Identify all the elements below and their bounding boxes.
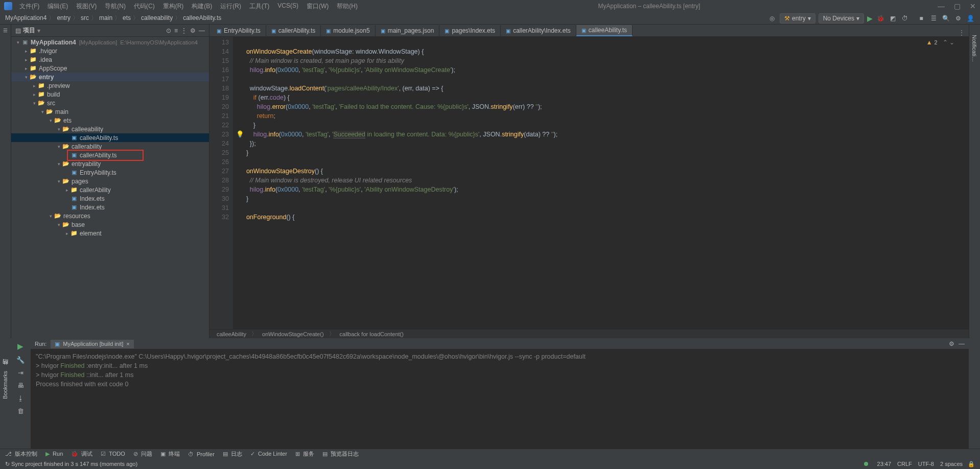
tree-row[interactable]: ▸📁.preview [11, 81, 209, 90]
tree-row[interactable]: ▣Index.ets [11, 203, 209, 212]
run-config-tab[interactable]: ▣ MyApplication [build init] × [51, 340, 133, 348]
editor-tab[interactable]: ▣calleeAbility.ts [576, 25, 633, 36]
run-icon[interactable]: ▶ [867, 14, 873, 22]
breadcrumb-item[interactable]: calleeAbility.ts [183, 14, 221, 21]
tree-row[interactable]: ▾📂resources [11, 212, 209, 220]
tree-row[interactable]: ▸📁.idea [11, 55, 209, 64]
breadcrumb-item[interactable]: calleeability [141, 14, 173, 21]
structure-icon[interactable]: ☰ [929, 14, 938, 23]
bookmarks-stripe[interactable]: Bookmarks 结构 [2, 369, 9, 399]
search-icon[interactable]: 🔍 [941, 14, 950, 23]
menu-item[interactable]: 代码(C) [131, 1, 158, 12]
bottom-tool-tab[interactable]: ▶ Run [45, 451, 63, 457]
editor-crumb[interactable]: calleeAbility [217, 331, 246, 337]
breadcrumb-item[interactable]: entry [57, 14, 71, 21]
bottom-tool-tab[interactable]: ⊞ 服务 [295, 450, 314, 458]
chevron-down-icon[interactable]: ▾ [37, 27, 40, 34]
account-icon[interactable]: 👤 [966, 14, 975, 23]
menu-item[interactable]: 工具(T) [246, 1, 272, 12]
bottom-tool-tab[interactable]: ✓ Code Linter [250, 451, 287, 457]
menu-item[interactable]: 编辑(E) [44, 1, 71, 12]
tree-row[interactable]: ▣Index.ets [11, 194, 209, 203]
sync-icon[interactable]: ◎ [767, 14, 777, 23]
breadcrumb-item[interactable]: ets [123, 14, 131, 21]
rerun-icon[interactable]: ▶ [17, 342, 24, 351]
settings-icon[interactable]: ⚙ [953, 14, 963, 23]
tree-row[interactable]: ▣EntryAbility.ts [11, 168, 209, 177]
bottom-tool-tab[interactable]: ⎇ 版本控制 [5, 450, 37, 458]
console-output[interactable]: "C:\Program Files\nodejs\node.exe" C:\Us… [31, 349, 969, 449]
filter-icon[interactable]: ⭳ [17, 394, 24, 402]
stop-icon[interactable]: ■ [917, 14, 926, 23]
close-icon[interactable]: × [126, 341, 129, 347]
menu-item[interactable]: 导航(N) [102, 1, 129, 12]
profile-icon[interactable]: ⏱ [900, 14, 909, 23]
editor-tab[interactable]: ▣callerAbility.ts [266, 25, 321, 36]
build-config-dropdown[interactable]: ⚒ entry ▾ [780, 13, 815, 24]
bottom-tool-tab[interactable]: ☑ TODO [101, 451, 125, 457]
bottom-tool-tab[interactable]: ▤ 日志 [223, 450, 242, 458]
editor-tab[interactable]: ▣main_pages.json [376, 25, 440, 36]
tree-row[interactable]: ▣calleeAbility.ts [11, 133, 209, 142]
editor-crumb[interactable]: onWindowStageCreate() [262, 331, 323, 337]
tabs-more-icon[interactable]: ⋮ [954, 29, 969, 36]
project-tree[interactable]: ▾ ▣ MyApplication4 [MyApplication] E:\Ha… [11, 37, 209, 338]
editor-crumb[interactable]: callback for loadContent() [340, 331, 404, 337]
print-icon[interactable]: 🖶 [17, 382, 24, 389]
step-icon[interactable]: ⇥ [18, 369, 24, 377]
settings-icon[interactable]: ⚙ [190, 27, 196, 34]
breadcrumb-item[interactable]: MyApplication4 [5, 14, 46, 21]
tree-row[interactable]: ▾📂entryability [11, 159, 209, 168]
code-area[interactable]: onWindowStageCreate(windowStage: window.… [233, 37, 969, 329]
tree-row[interactable]: ▾📂ets [11, 116, 209, 125]
trash-icon[interactable]: 🗑 [17, 407, 24, 415]
line-gutter[interactable]: 1314151617181920212223💡24252627282930313… [209, 37, 233, 329]
maximize-icon[interactable]: ▢ [954, 2, 961, 10]
bottom-tool-tab[interactable]: ▤ 预览器日志 [322, 450, 359, 458]
tree-row[interactable]: ▸📁AppScope [11, 64, 209, 73]
wrench-icon[interactable]: 🔧 [16, 356, 25, 364]
expand-icon[interactable]: ≡ [174, 27, 178, 34]
tree-row[interactable]: ▾📂entry [11, 73, 209, 81]
menu-item[interactable]: 重构(R) [160, 1, 187, 12]
menu-item[interactable]: 构建(B) [189, 1, 215, 12]
status-indent[interactable]: 2 spaces [940, 461, 963, 467]
hide-icon[interactable]: — [199, 27, 205, 34]
tree-row[interactable]: ▾📂base [11, 220, 209, 229]
status-eol[interactable]: CRLF [897, 461, 912, 467]
status-encoding[interactable]: UTF-8 [918, 461, 934, 467]
editor-tab[interactable]: ▣module.json5 [321, 25, 375, 36]
tree-row[interactable]: ▾📂pages [11, 177, 209, 185]
lock-icon[interactable]: 🔒 [968, 461, 975, 467]
locate-icon[interactable]: ⊙ [166, 27, 171, 34]
project-stripe-icon[interactable]: ☰ [3, 28, 8, 33]
bottom-tool-tab[interactable]: ⏱ Profiler [188, 451, 215, 457]
minimize-icon[interactable]: — [938, 2, 945, 10]
editor-tab[interactable]: ▣callerAbility\Index.ets [501, 25, 576, 36]
tree-row[interactable]: ▸📁callerAbility [11, 185, 209, 194]
coverage-icon[interactable]: ◩ [888, 14, 897, 23]
tree-row[interactable]: ▾📂callerability [11, 142, 209, 151]
menu-item[interactable]: 运行(R) [217, 1, 244, 12]
notifications-stripe[interactable]: Notificati… [971, 35, 977, 62]
tree-row[interactable]: ▾📂main [11, 107, 209, 116]
menu-item[interactable]: 视图(V) [73, 1, 100, 12]
bottom-tool-tab[interactable]: 🐞 调试 [71, 450, 92, 458]
tree-row[interactable]: ▾📂calleeability [11, 125, 209, 133]
close-icon[interactable]: ✕ [970, 2, 976, 10]
tree-row[interactable]: ▾📂src [11, 99, 209, 107]
menu-item[interactable]: VCS(S) [274, 1, 301, 12]
collapse-icon[interactable]: ⋮ [181, 27, 187, 34]
debug-icon[interactable]: 🐞 [876, 14, 885, 23]
tree-row[interactable]: ▣callerAbility.ts [11, 151, 209, 159]
editor-tab[interactable]: ▣pages\Index.ets [439, 25, 501, 36]
tree-row[interactable]: ▸📁build [11, 90, 209, 99]
bottom-tool-tab[interactable]: ▣ 终端 [160, 450, 180, 458]
settings-icon[interactable]: ⚙ [949, 340, 954, 347]
menu-item[interactable]: 帮助(H) [334, 1, 361, 12]
minimize-icon[interactable]: — [959, 340, 965, 347]
tree-root[interactable]: ▾ ▣ MyApplication4 [MyApplication] E:\Ha… [11, 38, 209, 46]
menu-item[interactable]: 窗口(W) [304, 1, 332, 12]
tree-row[interactable]: ▸📁.hvigor [11, 46, 209, 55]
bottom-tool-tab[interactable]: ⊘ 问题 [133, 450, 152, 458]
